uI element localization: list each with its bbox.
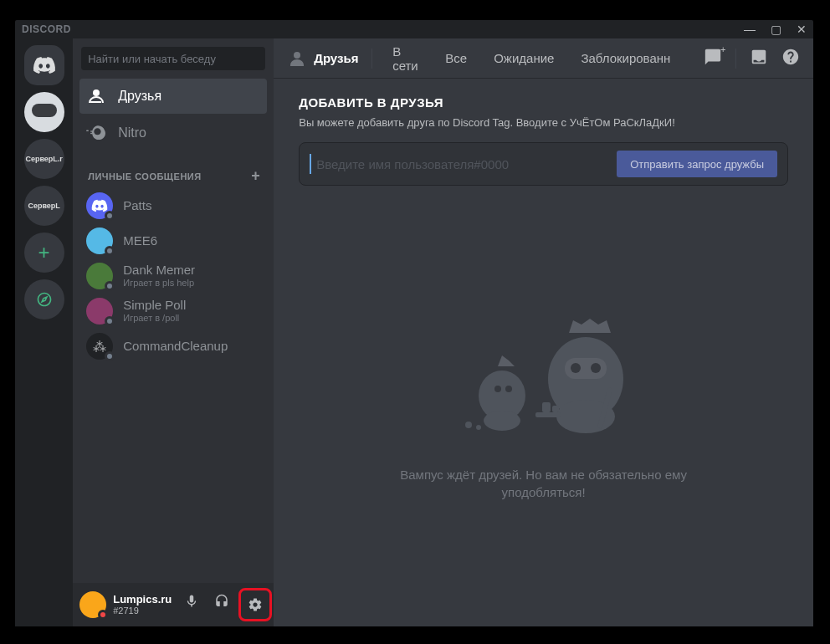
content-area: Друзья В сети Все Ожидание Заблокированн… [274, 38, 813, 626]
user-avatar[interactable] [79, 591, 106, 618]
tab-online[interactable]: В сети [386, 43, 425, 74]
dm-item[interactable]: Simple PollИграет в /poll [79, 294, 267, 329]
dm-status: Играет в pls help [123, 278, 195, 289]
dm-header: ЛИЧНЫЕ СООБЩЕНИЯ + [73, 152, 274, 188]
add-server-button[interactable]: + [24, 233, 64, 273]
server-rail: СерверL.r СерверL + [15, 38, 73, 626]
svg-point-8 [484, 411, 520, 431]
svg-point-6 [591, 363, 601, 373]
add-friend-title: ДОБАВИТЬ В ДРУЗЬЯ [299, 95, 788, 110]
server-item[interactable] [24, 92, 64, 132]
deafen-button[interactable] [208, 588, 235, 615]
friends-icon [287, 49, 307, 69]
divider [371, 49, 372, 69]
close-button[interactable]: ✕ [797, 23, 807, 36]
tab-pending[interactable]: Ожидание [487, 49, 561, 67]
svg-point-9 [494, 386, 501, 392]
friends-nav-label: Друзья [118, 89, 161, 104]
server-item[interactable]: СерверL.r [24, 139, 64, 179]
mute-button[interactable] [178, 588, 205, 615]
dm-name: Patts [123, 198, 151, 213]
dm-list: Patts MEE6 Dank MemerИграет в pls help S… [73, 188, 274, 583]
empty-text: Вампус ждёт друзей. Но вам не обязательн… [368, 466, 720, 501]
help-icon [781, 48, 800, 66]
wumpus-illustration [418, 295, 669, 446]
quick-switcher[interactable]: Найти или начать беседу [81, 47, 265, 70]
friends-nav[interactable]: Друзья [79, 79, 267, 114]
gear-icon [248, 597, 263, 612]
user-name: Lumpics.ru [113, 594, 172, 606]
dm-item[interactable]: ⁂ CommandCleanup [79, 329, 267, 364]
svg-point-14 [465, 422, 472, 428]
app-window: DISCORD — ▢ ✕ СерверL.r СерверL + Найти … [15, 20, 813, 626]
microphone-icon [184, 594, 199, 609]
send-friend-request-button[interactable]: Отправить запрос дружбы [617, 151, 777, 177]
discord-logo-icon [33, 57, 56, 74]
friends-icon [86, 86, 106, 106]
tab-blocked[interactable]: Заблокированн [574, 49, 677, 67]
dm-status: Играет в /poll [123, 313, 186, 324]
add-friend-row: Отправить запрос дружбы [299, 142, 788, 186]
explore-button[interactable] [24, 279, 64, 319]
add-friend-desc: Вы можете добавить друга по Discord Tag.… [299, 116, 788, 129]
user-tag: #2719 [113, 606, 172, 616]
dm-name: CommandCleanup [123, 339, 228, 354]
home-button[interactable] [24, 45, 64, 85]
create-dm-button[interactable]: + [251, 167, 260, 185]
svg-rect-12 [542, 402, 551, 412]
new-group-dm-button[interactable]: + [704, 48, 722, 69]
app-title: DISCORD [22, 23, 71, 35]
maximize-button[interactable]: ▢ [771, 23, 781, 36]
nitro-nav[interactable]: Nitro [79, 115, 267, 151]
tab-all[interactable]: Все [438, 49, 474, 67]
content-header: Друзья В сети Все Ожидание Заблокированн… [274, 38, 813, 79]
help-button[interactable] [781, 48, 800, 69]
channel-sidebar: Найти или начать беседу Друзья Nitro ЛИЧ… [73, 38, 274, 626]
dm-item[interactable]: Dank MemerИграет в pls help [79, 258, 267, 294]
dm-name: Dank Memer [123, 263, 195, 278]
compass-icon [36, 291, 53, 308]
divider [735, 49, 736, 69]
svg-point-1 [294, 52, 300, 59]
dm-item[interactable]: Patts [79, 188, 267, 223]
svg-point-10 [505, 386, 512, 392]
svg-point-15 [476, 425, 481, 430]
nitro-icon [86, 123, 106, 143]
nitro-nav-label: Nitro [118, 125, 146, 141]
svg-rect-13 [552, 406, 559, 412]
minimize-button[interactable]: — [744, 23, 756, 36]
inbox-icon [750, 48, 768, 66]
settings-button[interactable] [242, 591, 269, 618]
server-item[interactable]: СерверL [24, 186, 64, 226]
empty-state: Вампус ждёт друзей. Но вам не обязательн… [299, 186, 788, 610]
titlebar: DISCORD — ▢ ✕ [15, 20, 813, 38]
add-friend-input[interactable] [310, 154, 607, 174]
svg-point-5 [571, 363, 581, 373]
dm-name: Simple Poll [123, 298, 186, 313]
user-panel: Lumpics.ru #2719 [73, 583, 274, 626]
settings-highlight [238, 588, 272, 621]
dm-header-label: ЛИЧНЫЕ СООБЩЕНИЯ [88, 171, 201, 181]
svg-point-0 [93, 89, 100, 96]
svg-rect-11 [535, 412, 561, 417]
headphones-icon [214, 594, 229, 609]
dm-item[interactable]: MEE6 [79, 223, 267, 258]
dm-name: MEE6 [123, 233, 157, 248]
inbox-button[interactable] [750, 48, 768, 69]
header-title: Друзья [314, 51, 358, 65]
